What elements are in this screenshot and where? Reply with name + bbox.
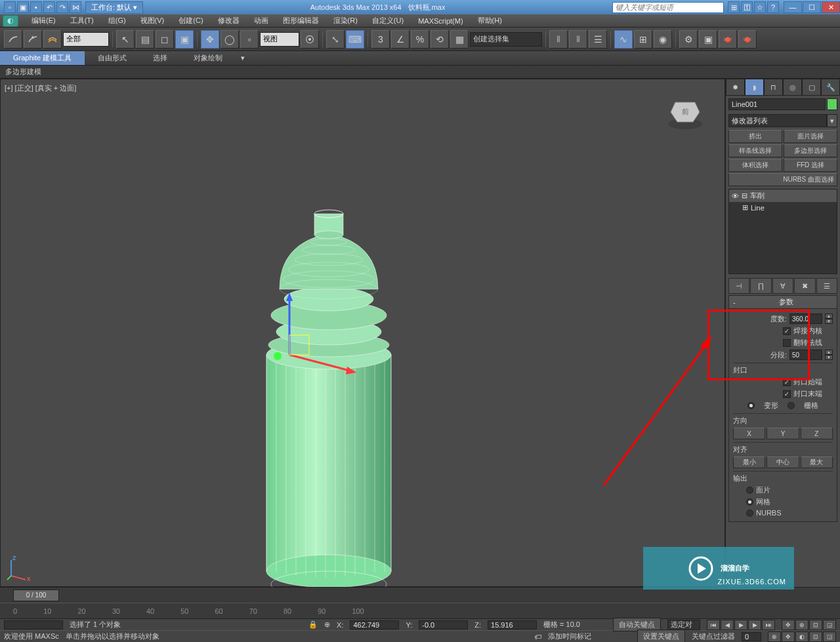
- time-ruler[interactable]: 0102030405060708090100: [0, 603, 840, 618]
- app-menu-button[interactable]: ◐: [3, 15, 18, 27]
- star-icon[interactable]: ☆: [754, 1, 766, 13]
- capend-checkbox[interactable]: ✓: [783, 390, 791, 398]
- goto-start-icon[interactable]: ⏮: [707, 620, 720, 630]
- select-name-icon[interactable]: ▤: [136, 30, 154, 49]
- new-icon[interactable]: ▫: [4, 1, 16, 13]
- spin-up-icon[interactable]: ▲: [825, 350, 833, 355]
- dir-y-button[interactable]: Y: [766, 428, 799, 439]
- object-color-swatch[interactable]: [827, 98, 837, 110]
- selected-combo[interactable]: 选定对: [667, 620, 700, 630]
- x-coord[interactable]: 462.749: [350, 620, 399, 630]
- menu-view[interactable]: 视图(V): [134, 14, 171, 27]
- degrees-spinner[interactable]: [789, 313, 822, 324]
- configure-icon[interactable]: ☰: [816, 278, 837, 294]
- schematic-icon[interactable]: ⊞: [634, 30, 652, 49]
- viewcube[interactable]: 前: [665, 92, 705, 132]
- remove-mod-icon[interactable]: ✖: [794, 278, 815, 294]
- btn-volsel[interactable]: 体积选择: [728, 159, 782, 172]
- menu-grapheditors[interactable]: 图形编辑器: [276, 14, 326, 27]
- link-icon[interactable]: ⋈: [70, 1, 81, 13]
- viewport[interactable]: [+] [正交] [真实 + 边面]: [0, 79, 725, 587]
- play-icon[interactable]: ▶: [734, 620, 747, 630]
- viewport-nav-icon[interactable]: ⊡: [809, 632, 822, 642]
- save-icon[interactable]: ▪: [30, 1, 42, 13]
- rollout-header[interactable]: -参数: [728, 295, 837, 309]
- render-icon[interactable]: 🫖: [719, 30, 737, 49]
- close-button[interactable]: ✕: [822, 1, 840, 13]
- menu-create[interactable]: 创建(C): [172, 14, 209, 27]
- move-icon[interactable]: ✥: [201, 30, 219, 49]
- stack-item-line[interactable]: ⊞Line: [729, 202, 837, 213]
- lock-icon[interactable]: 🔒: [308, 620, 318, 629]
- modifier-list[interactable]: 修改器列表: [728, 114, 827, 127]
- btn-extrude[interactable]: 挤出: [728, 130, 782, 143]
- current-frame[interactable]: 0: [742, 632, 761, 641]
- tag-icon[interactable]: 🏷: [534, 633, 541, 641]
- prev-frame-icon[interactable]: ◀: [721, 620, 734, 630]
- exchange-icon[interactable]: ⊞: [728, 1, 740, 13]
- rect-select-icon[interactable]: ◻: [156, 30, 174, 49]
- workspace-selector[interactable]: 工作台: 默认 ▾: [85, 1, 143, 14]
- pivot-icon[interactable]: ⦿: [301, 30, 319, 49]
- link-icon[interactable]: [4, 30, 22, 49]
- btn-splinesel[interactable]: 样条线选择: [728, 144, 782, 157]
- cptab-motion-icon[interactable]: ◎: [783, 79, 802, 96]
- edit-named-sel-icon[interactable]: ▦: [450, 30, 469, 49]
- btn-patchsel[interactable]: 面片选择: [784, 130, 837, 143]
- dir-x-button[interactable]: X: [733, 428, 765, 439]
- pin-stack-icon[interactable]: ⊣: [728, 278, 749, 294]
- goto-end-icon[interactable]: ⏭: [762, 620, 775, 630]
- spin-up-icon[interactable]: ▲: [825, 313, 833, 319]
- viewport-nav-icon[interactable]: ◲: [823, 620, 836, 630]
- keyboard-shortcut-icon[interactable]: ⌨: [346, 30, 364, 49]
- tab-selection[interactable]: 选择: [140, 51, 180, 65]
- viewport-nav-icon[interactable]: ⊕: [795, 620, 808, 630]
- unique-icon[interactable]: ∀: [772, 278, 793, 294]
- chevron-down-icon[interactable]: ▾: [827, 114, 837, 127]
- undo-icon[interactable]: ↶: [43, 1, 55, 13]
- out-mesh-radio[interactable]: [746, 498, 753, 506]
- menu-maxscript[interactable]: MAXScript(M): [411, 16, 469, 26]
- menu-rendering[interactable]: 渲染(R): [327, 14, 364, 27]
- spin-down-icon[interactable]: ▼: [825, 319, 833, 324]
- render-setup-icon[interactable]: ⚙: [679, 30, 698, 49]
- keyfilters-button[interactable]: 关键点过滤器: [692, 632, 735, 641]
- menu-help[interactable]: 帮助(H): [471, 14, 509, 27]
- maximize-button[interactable]: ☐: [803, 1, 821, 13]
- align-icon[interactable]: ⫴: [569, 30, 587, 49]
- help-icon[interactable]: ?: [767, 1, 779, 13]
- curve-editor-icon[interactable]: ∿: [614, 30, 633, 49]
- menu-modifiers[interactable]: 修改器: [211, 14, 246, 27]
- dir-z-button[interactable]: Z: [801, 428, 833, 439]
- spin-down-icon[interactable]: ▼: [825, 355, 833, 360]
- btn-ffdsel[interactable]: FFD 选择: [784, 159, 837, 172]
- viewport-nav-icon[interactable]: ◲: [823, 632, 836, 642]
- align-min-button[interactable]: 最小: [733, 456, 765, 468]
- eye-icon[interactable]: 👁: [732, 192, 739, 200]
- percent-snap-icon[interactable]: %: [411, 30, 429, 49]
- modifier-stack[interactable]: 👁⊟车削 ⊞Line: [728, 189, 837, 274]
- cptab-utilities-icon[interactable]: 🔧: [821, 79, 840, 96]
- selection-filter[interactable]: 全部: [63, 32, 109, 47]
- mirror-icon[interactable]: ⦀: [549, 30, 568, 49]
- viewport-nav-icon[interactable]: ✥: [782, 620, 795, 630]
- cptab-hierarchy-icon[interactable]: ⊓: [764, 79, 783, 96]
- addtime-label[interactable]: 添加时间标记: [548, 632, 591, 641]
- align-center-button[interactable]: 中心: [766, 456, 799, 468]
- coord-icon[interactable]: ⊕: [324, 620, 330, 629]
- segments-spinner[interactable]: [789, 350, 822, 360]
- weld-checkbox[interactable]: ✓: [783, 327, 791, 335]
- menu-tools[interactable]: 工具(T): [64, 14, 100, 27]
- scale-icon[interactable]: ▫: [240, 30, 259, 49]
- time-config-icon[interactable]: ⊕: [768, 632, 781, 642]
- tab-freeform[interactable]: 自由形式: [85, 51, 140, 65]
- time-slider-thumb[interactable]: 0 / 100: [13, 590, 59, 601]
- capstart-checkbox[interactable]: ✓: [783, 378, 791, 386]
- cptab-modify-icon[interactable]: ◗: [745, 79, 764, 96]
- show-end-icon[interactable]: ∏: [750, 278, 771, 294]
- rotate-icon[interactable]: ◯: [220, 30, 239, 49]
- cptab-display-icon[interactable]: ▢: [802, 79, 821, 96]
- search-input[interactable]: [612, 2, 724, 13]
- z-coord[interactable]: 15.916: [488, 620, 537, 630]
- align-max-button[interactable]: 最大: [801, 456, 833, 468]
